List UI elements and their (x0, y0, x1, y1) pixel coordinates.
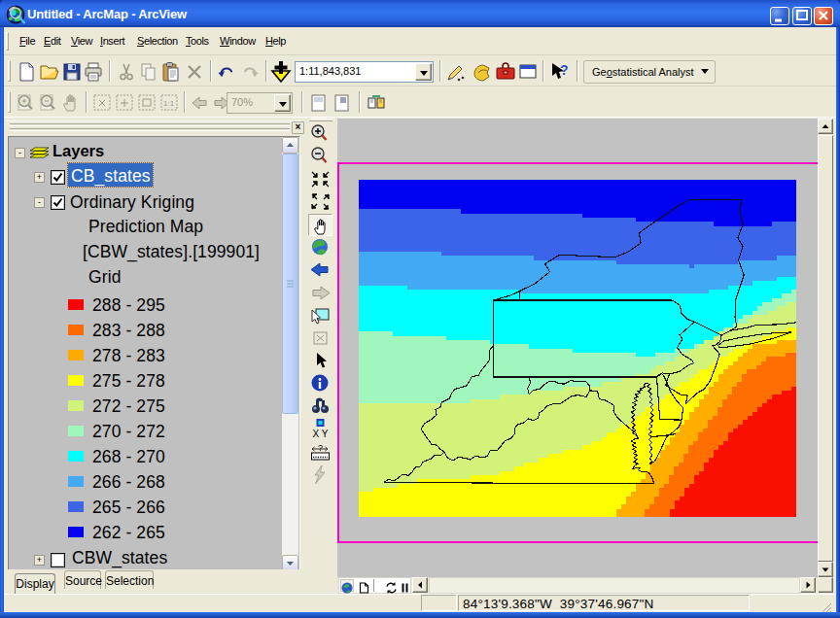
svg-text:?: ? (318, 443, 323, 453)
svg-text:1:1: 1:1 (163, 99, 175, 108)
svg-text:?: ? (560, 62, 569, 78)
svg-text:X Y: X Y (313, 429, 329, 439)
